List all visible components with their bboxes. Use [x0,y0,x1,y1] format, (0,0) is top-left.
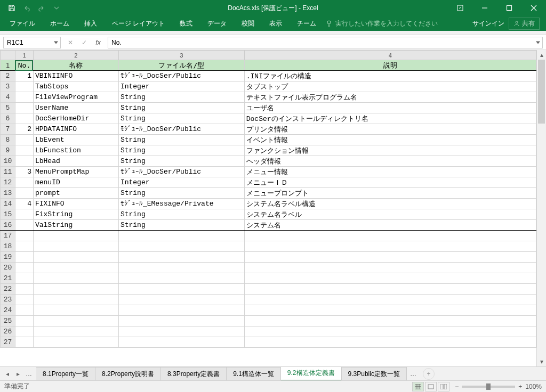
row-header[interactable]: 4 [1,92,15,103]
cell[interactable] [118,252,244,263]
cell[interactable]: menuID [33,177,118,188]
cell[interactable]: UserName [33,103,118,113]
cell[interactable] [15,103,33,113]
cell[interactable] [33,305,118,316]
row-header[interactable]: 27 [1,337,15,348]
ribbon-tab[interactable]: チーム [290,16,324,31]
row-header[interactable]: 18 [1,241,15,252]
cell[interactable]: プリンタ情報 [244,124,536,135]
tell-me[interactable]: 実行したい作業を入力してください [326,19,438,28]
cell[interactable]: String [118,145,244,156]
more-tabs-icon[interactable]: … [25,370,33,378]
row-header[interactable]: 3 [1,81,15,92]
cell[interactable]: システム名 [244,220,536,231]
cell[interactable] [244,326,536,337]
cell[interactable]: システム名ラベル [244,209,536,220]
cell[interactable] [15,92,33,103]
cell[interactable] [15,220,33,231]
sheet-tab[interactable]: 8.3Property定義書 [160,367,227,381]
ribbon-tab[interactable]: 数式 [172,16,200,31]
cell[interactable]: テキストファイル表示プログラム名 [244,92,536,103]
close-button[interactable] [521,0,546,16]
cell[interactable] [33,337,118,348]
table-row[interactable]: 19 [1,252,536,263]
table-row[interactable]: 26 [1,326,536,337]
tab-scroll-left-icon[interactable]: ◂ [3,370,12,378]
cell[interactable] [244,263,536,273]
col-header[interactable]: 4 [244,51,536,60]
row-header[interactable]: 13 [1,188,15,199]
table-row[interactable]: 12menuIDIntegerメニューＩＤ [1,177,536,188]
cell[interactable]: FixString [33,209,118,220]
cell[interactable] [15,284,33,295]
cell[interactable] [118,241,244,252]
share-button[interactable]: 共有 [509,18,540,30]
cell[interactable] [33,241,118,252]
cell[interactable]: String [118,188,244,199]
table-row[interactable]: 17 [1,231,536,241]
row-header[interactable]: 24 [1,305,15,316]
table-row[interactable]: 9LbFuncstionStringファンクション情報 [1,145,536,156]
cell[interactable] [15,241,33,252]
zoom-level[interactable]: 100% [525,383,542,390]
row-header[interactable]: 22 [1,284,15,295]
table-row[interactable]: 24 [1,305,536,316]
ribbon-display-options-icon[interactable] [448,0,472,16]
cell[interactable]: LbHead [33,156,118,167]
table-row[interactable]: 18 [1,241,536,252]
cell[interactable] [33,295,118,305]
cell[interactable] [15,156,33,167]
cell[interactable]: String [118,209,244,220]
ribbon-tab[interactable]: データ [200,16,234,31]
cell[interactable]: .INIファイルの構造 [244,71,536,81]
table-row[interactable]: 22 [1,284,536,295]
cell[interactable] [33,273,118,284]
cell[interactable]: メニュー情報 [244,167,536,177]
table-row[interactable]: 5UserNameStringユーザ名 [1,103,536,113]
cell[interactable]: ValString [33,220,118,231]
cell[interactable]: 説明 [244,60,536,71]
cell[interactable]: String [118,92,244,103]
cell[interactable]: String [118,113,244,124]
cell[interactable]: FIXINFO [33,199,118,209]
cell[interactable] [118,231,244,241]
scrollbar-track[interactable] [537,60,546,357]
cell[interactable]: TabStops [33,81,118,92]
cell[interactable] [244,305,536,316]
ribbon-tab[interactable]: 表示 [262,16,290,31]
sheet-tab[interactable]: 9.2構造体定義書 [280,367,342,381]
zoom-slider[interactable] [462,386,515,388]
cell[interactable] [118,305,244,316]
cell[interactable] [15,113,33,124]
cell[interactable]: String [118,103,244,113]
row-header[interactable]: 1 [1,60,15,71]
cell[interactable] [33,263,118,273]
zoom-out-button[interactable]: − [455,383,459,390]
cell[interactable]: ﾓｼﾞｭｰﾙ_DocSer/Public [118,124,244,135]
col-header[interactable]: 1 [15,51,33,60]
more-tabs-right-icon[interactable]: … [407,370,420,378]
cell[interactable] [118,326,244,337]
cell[interactable] [118,273,244,284]
cell[interactable]: イベント情報 [244,135,536,145]
sheet-tab[interactable]: 9.1構造体一覧 [226,367,281,381]
cell[interactable]: DocSerHomeDir [33,113,118,124]
col-header[interactable]: 3 [118,51,244,60]
cell[interactable] [33,231,118,241]
cell[interactable] [33,316,118,326]
cell[interactable] [118,337,244,348]
cell[interactable]: ﾓｼﾞｭｰﾙ_DocSer/Public [118,167,244,177]
table-row[interactable]: 21VBINIINFOﾓｼﾞｭｰﾙ_DocSer/Public.INIファイルの… [1,71,536,81]
table-row[interactable]: 16ValStringStringシステム名 [1,220,536,231]
sheet-tab[interactable]: 8.2Property説明書 [95,367,161,381]
table-row[interactable]: 21 [1,273,536,284]
table-row[interactable]: 144FIXINFOﾓｼﾞｭｰﾙ_EMessage/Privateシステム名ラベ… [1,199,536,209]
cell[interactable] [15,316,33,326]
table-row[interactable]: 8LbEventStringイベント情報 [1,135,536,145]
cell[interactable] [33,284,118,295]
enter-formula-icon[interactable]: ✓ [80,39,89,46]
page-layout-view-button[interactable] [425,382,437,391]
table-row[interactable]: 113MenuPromptMapﾓｼﾞｭｰﾙ_DocSer/Publicメニュー… [1,167,536,177]
table-row[interactable]: 10LbHeadStringヘッダ情報 [1,156,536,167]
col-header[interactable]: 2 [33,51,118,60]
